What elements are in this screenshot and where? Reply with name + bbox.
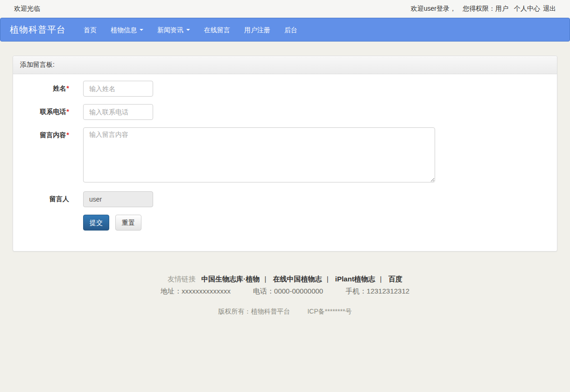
topbar-user-area: 欢迎user登录， 您得权限： 用户 个人中心 退出 (411, 5, 556, 13)
author-input-disabled (83, 191, 153, 207)
mobile-value: 12312312312 (366, 287, 409, 295)
friend-links-row: 友情链接 中国生物志库·植物 | 在线中国植物志 | iPlant植物志 | 百… (0, 275, 570, 284)
nav-item-news[interactable]: 新闻资讯 (150, 19, 197, 41)
message-board-panel: 添加留言板: 姓名* 联系电话* 留言内容* (13, 56, 557, 252)
brand-logo[interactable]: 植物科普平台 (3, 24, 73, 36)
main-navbar: 植物科普平台 首页 植物信息 新闻资讯 在线留言 用户注册 后台 (0, 18, 570, 42)
top-bar: 欢迎光临 欢迎user登录， 您得权限： 用户 个人中心 退出 (0, 0, 570, 18)
form-row-buttons: 提交 重置 (20, 215, 550, 231)
nav-item-label: 新闻资讯 (157, 27, 183, 33)
friend-link-0[interactable]: 中国生物志库·植物 (201, 275, 260, 283)
copyright-text: 版权所有：植物科普平台 (218, 308, 290, 315)
content-label: 留言内容* (20, 127, 69, 184)
nav-item-admin[interactable]: 后台 (277, 19, 304, 41)
phone-label: 联系电话* (20, 104, 69, 120)
label-text: 姓名 (53, 84, 66, 92)
content-textarea[interactable] (83, 127, 435, 182)
caret-down-icon (186, 29, 190, 31)
nav-item-label: 后台 (284, 27, 297, 33)
permission-label: 您得权限： (463, 5, 495, 13)
label-text: 留言内容 (40, 131, 66, 139)
link-separator: | (264, 275, 266, 283)
author-label: 留言人 (20, 191, 69, 207)
nav-item-label: 用户注册 (244, 27, 270, 33)
required-asterisk: * (67, 84, 69, 92)
nav-item-message-board[interactable]: 在线留言 (197, 19, 237, 41)
nav-item-label: 首页 (84, 27, 97, 33)
panel-title: 添加留言板: (13, 56, 557, 74)
name-input[interactable] (83, 81, 153, 97)
panel-body: 姓名* 联系电话* 留言内容* 留言人 (13, 74, 557, 251)
friend-link-2[interactable]: iPlant植物志 (335, 275, 375, 283)
phone-label: 电话： (253, 287, 274, 295)
form-row-content: 留言内容* (20, 127, 550, 184)
footer: 友情链接 中国生物志库·植物 | 在线中国植物志 | iPlant植物志 | 百… (0, 275, 570, 316)
permission-value: 用户 (495, 5, 508, 13)
icp-text: ICP备********号 (307, 308, 352, 315)
form-row-author: 留言人 (20, 191, 550, 207)
nav-item-plant-info[interactable]: 植物信息 (104, 19, 150, 41)
contact-info-row: 地址：xxxxxxxxxxxxxx 电话：0000-00000000 手机：12… (0, 287, 570, 296)
nav-menu: 首页 植物信息 新闻资讯 在线留言 用户注册 后台 (77, 19, 304, 41)
label-text: 留言人 (49, 195, 69, 203)
caret-down-icon (140, 29, 143, 31)
mobile-label: 手机： (345, 287, 366, 295)
submit-button[interactable]: 提交 (83, 215, 109, 231)
nav-item-label: 植物信息 (111, 27, 137, 33)
label-text: 联系电话 (40, 108, 66, 115)
phone-value: 0000-00000000 (274, 287, 323, 295)
copyright-row: 版权所有：植物科普平台 ICP备********号 (0, 308, 570, 316)
user-greeting: 欢迎user登录， (411, 5, 456, 13)
link-separator: | (327, 275, 329, 283)
friend-link-3[interactable]: 百度 (388, 275, 402, 283)
link-separator: | (380, 275, 382, 283)
logout-link[interactable]: 退出 (543, 5, 556, 13)
address-value: xxxxxxxxxxxxxx (182, 287, 231, 295)
form-row-name: 姓名* (20, 81, 550, 97)
nav-item-home[interactable]: 首页 (77, 19, 104, 41)
address-label: 地址： (161, 287, 182, 295)
required-asterisk: * (67, 131, 69, 139)
form-row-phone: 联系电话* (20, 104, 550, 120)
phone-input[interactable] (83, 104, 153, 120)
welcome-text: 欢迎光临 (14, 5, 40, 13)
nav-item-label: 在线留言 (204, 27, 230, 33)
name-label: 姓名* (20, 81, 69, 97)
profile-link[interactable]: 个人中心 (514, 5, 540, 13)
friend-link-1[interactable]: 在线中国植物志 (273, 275, 322, 283)
friend-links-label: 友情链接 (168, 275, 196, 283)
required-asterisk: * (67, 108, 69, 115)
reset-button[interactable]: 重置 (115, 215, 141, 231)
nav-item-register[interactable]: 用户注册 (237, 19, 277, 41)
